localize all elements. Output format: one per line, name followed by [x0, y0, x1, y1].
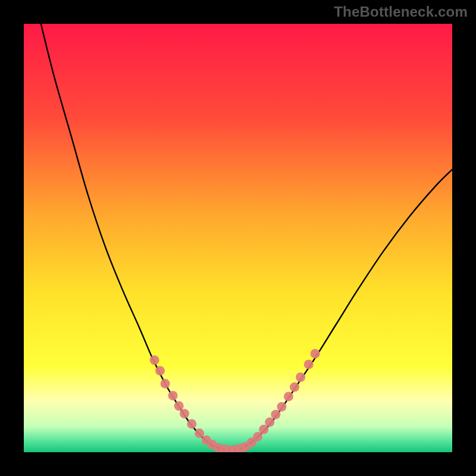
data-point	[271, 410, 280, 419]
data-point	[195, 428, 204, 438]
data-point	[259, 425, 268, 434]
gradient-background	[24, 24, 452, 452]
watermark-text: TheBottleneck.com	[334, 4, 468, 20]
data-point	[150, 355, 159, 365]
data-point	[290, 383, 299, 392]
data-point	[180, 409, 189, 418]
data-point	[265, 418, 274, 427]
data-point	[253, 432, 262, 441]
chart-svg	[24, 24, 452, 452]
data-point	[161, 379, 170, 389]
data-point	[155, 366, 165, 375]
data-point	[296, 372, 305, 382]
data-point	[187, 419, 196, 428]
data-point	[168, 391, 178, 400]
data-point	[304, 359, 314, 369]
data-point	[284, 392, 293, 401]
plot-area	[24, 24, 452, 452]
data-point	[311, 349, 320, 358]
data-point	[174, 401, 184, 411]
data-point	[277, 402, 286, 412]
chart-frame: TheBottleneck.com	[0, 0, 476, 476]
